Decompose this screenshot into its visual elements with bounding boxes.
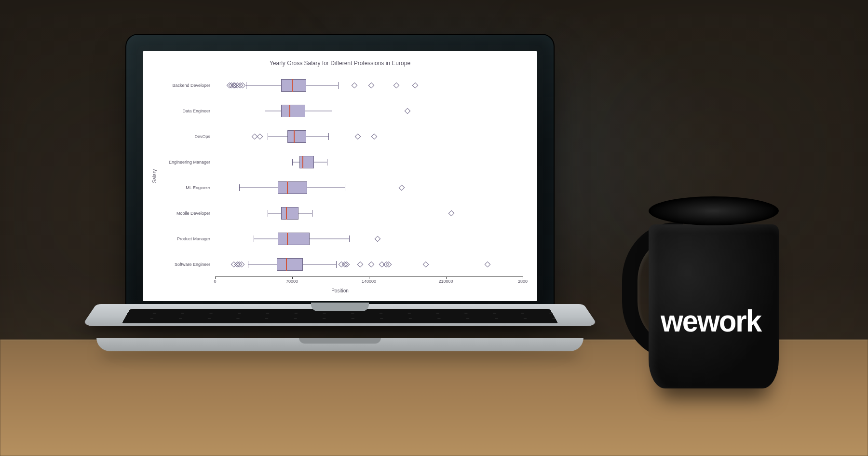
whisker-cap — [312, 210, 312, 217]
whisker-cap — [268, 210, 268, 217]
outlier-point — [412, 82, 418, 88]
category-label: DevOps — [194, 134, 215, 139]
category-row: Backend Developer — [215, 72, 523, 98]
outlier-point — [257, 133, 263, 139]
outlier-point — [375, 235, 381, 242]
category-label: Backend Developer — [172, 83, 215, 88]
iqr-box — [277, 258, 303, 271]
category-row: Product Manager — [215, 226, 523, 251]
category-row: ML Engineer — [215, 175, 523, 200]
laptop-screen: Yearly Gross Salary for Different Profes… — [143, 51, 537, 301]
category-row: DevOps — [215, 124, 523, 149]
outlier-point — [485, 261, 491, 267]
x-tick-label: 0 — [214, 279, 216, 284]
outlier-point — [357, 261, 363, 267]
category-row: Data Engineer — [215, 98, 523, 124]
plot-area: 0700001400002100002800Backend DeveloperD… — [215, 72, 523, 277]
whisker-cap — [345, 184, 345, 191]
x-tick-label: 2800 — [518, 279, 528, 284]
outlier-point — [399, 184, 405, 191]
whisker-cap — [332, 108, 332, 114]
iqr-box — [287, 130, 306, 143]
iqr-box — [278, 181, 308, 194]
median-line — [302, 156, 303, 168]
iqr-box — [281, 105, 305, 117]
hinge-notch — [311, 303, 369, 311]
outlier-point — [448, 210, 455, 216]
category-row: Engineering Manager — [215, 149, 523, 175]
category-row: Software Engineer — [215, 251, 523, 277]
median-line — [287, 233, 288, 245]
laptop-base — [96, 304, 583, 391]
whisker-cap — [327, 159, 327, 166]
chart-title: Yearly Gross Salary for Different Profes… — [143, 60, 537, 67]
median-line — [286, 258, 287, 271]
boxplot-chart: Yearly Gross Salary for Different Profes… — [143, 51, 537, 301]
whisker-cap — [349, 235, 350, 242]
median-line — [292, 79, 293, 92]
outlier-point — [393, 82, 400, 88]
mug-logo: wework — [661, 304, 761, 338]
whisker-cap — [292, 159, 293, 166]
photo-scene: wework Yearly Gross Salary for Different… — [0, 0, 868, 456]
category-row: Mobile Developer — [215, 200, 523, 226]
outlier-point — [368, 261, 374, 267]
x-axis-label: Position — [143, 288, 537, 293]
x-tick-label: 210000 — [438, 279, 453, 284]
whisker-cap — [328, 133, 329, 140]
outlier-point — [355, 133, 361, 139]
outlier-point — [352, 82, 358, 88]
category-label: Engineering Manager — [169, 160, 215, 165]
whisker-cap — [248, 261, 248, 268]
outlier-point — [404, 108, 410, 114]
mug-rim — [649, 196, 779, 225]
median-line — [294, 130, 295, 143]
laptop: Yearly Gross Salary for Different Profes… — [125, 34, 555, 391]
x-tick-label: 70000 — [286, 279, 298, 284]
outlier-point — [371, 133, 378, 139]
category-label: Software Engineer — [175, 262, 215, 267]
whisker-cap — [338, 82, 339, 89]
category-label: Data Engineer — [182, 109, 215, 113]
coffee-mug: wework — [622, 205, 781, 388]
iqr-box — [278, 233, 310, 245]
median-line — [287, 181, 288, 194]
y-axis-label: Salary — [152, 169, 157, 183]
outlier-point — [368, 82, 374, 88]
iqr-box — [299, 156, 314, 168]
category-label: ML Engineer — [186, 185, 215, 190]
trackpad-notch — [299, 338, 381, 344]
laptop-bezel: Yearly Gross Salary for Different Profes… — [125, 34, 555, 316]
median-line — [289, 105, 290, 117]
whisker-cap — [268, 133, 268, 140]
whisker-cap — [239, 184, 240, 191]
whisker-cap — [246, 82, 246, 89]
iqr-box — [281, 79, 306, 92]
iqr-box — [281, 207, 298, 220]
x-tick-label: 140000 — [362, 279, 376, 284]
median-line — [286, 207, 287, 220]
whisker-cap — [254, 235, 254, 242]
outlier-point — [423, 261, 429, 267]
category-label: Product Manager — [177, 236, 215, 241]
whisker-cap — [265, 108, 265, 114]
category-label: Mobile Developer — [176, 211, 215, 216]
whisker-cap — [336, 261, 337, 268]
